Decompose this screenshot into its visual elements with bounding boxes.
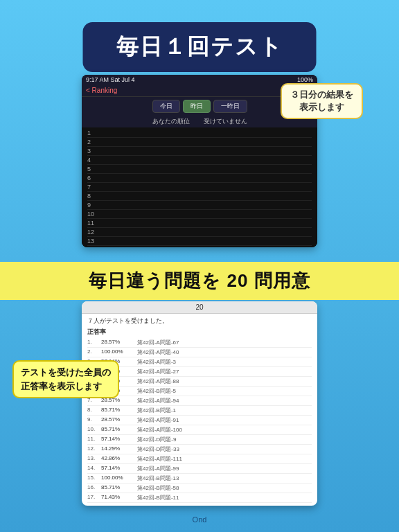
left-badge-line1: テストを受けた全員の bbox=[21, 366, 111, 380]
table-row: 8.85.71%第42回-B問題-1 bbox=[87, 406, 312, 416]
table-row: 10.85.71%第42回-A問題-100 bbox=[87, 425, 312, 435]
table-row: 2.100.00%第42回-A問題-40 bbox=[87, 348, 312, 357]
list-item: 6 bbox=[87, 174, 312, 183]
left-badge-line2: 正答率を表示します bbox=[21, 380, 111, 393]
tab-day-before[interactable]: 一昨日 bbox=[213, 100, 247, 113]
table-row: 14.57.14%第42回-A問題-99 bbox=[87, 464, 312, 474]
tab-today[interactable]: 今日 bbox=[152, 100, 180, 113]
table-row: 5.28.57%第42回-A問題-88 bbox=[87, 377, 312, 387]
correct-rate-title: 正答率 bbox=[87, 328, 312, 337]
bottom-text: Ond bbox=[193, 515, 207, 524]
list-item: 2 bbox=[87, 138, 312, 147]
rank-col1: あなたの順位 bbox=[152, 117, 190, 126]
score-list: 1.28.57%第42回-A問題-672.100.00%第42回-A問題-403… bbox=[87, 338, 312, 503]
left-badge: テストを受けた全員の 正答率を表示します bbox=[12, 360, 119, 398]
table-row: 16.85.71%第42回-B問題-58 bbox=[87, 484, 312, 493]
table-row: 13.42.86%第42回-A問題-111 bbox=[87, 454, 312, 464]
bottom-phone-screen: 20 ７人がテストを受けました。 正答率 1.28.57%第42回-A問題-67… bbox=[82, 301, 317, 506]
table-row: 12.14.29%第42回-D問題-33 bbox=[87, 445, 312, 454]
table-row: 1.28.57%第42回-A問題-67 bbox=[87, 338, 312, 348]
list-item: 3 bbox=[87, 147, 312, 156]
table-row: 3.57.14%第42回-A問題-3 bbox=[87, 357, 312, 367]
list-item: 9 bbox=[87, 201, 312, 210]
three-day-badge: ３日分の結果を 表示します bbox=[281, 83, 363, 119]
list-item: 5 bbox=[87, 165, 312, 174]
correct-rate-section: ７人がテストを受けました。 正答率 1.28.57%第42回-A問題-672.1… bbox=[82, 314, 317, 506]
tab-yesterday[interactable]: 昨日 bbox=[183, 100, 211, 113]
badge-line2: 表示します bbox=[290, 101, 353, 114]
title-text: 毎日１回テスト bbox=[116, 34, 283, 59]
list-item: 11 bbox=[87, 219, 312, 228]
table-row: 11.57.14%第42回-D問題-9 bbox=[87, 435, 312, 445]
table-row: 4.85.71%第42回-A問題-27 bbox=[87, 367, 312, 377]
status-time: 9:17 AM Sat Jul 4 bbox=[86, 76, 135, 83]
yellow-banner-text: 毎日違う問題を 20 問用意 bbox=[89, 270, 310, 291]
list-item: 13 bbox=[87, 237, 312, 246]
rank-col2: 受けていません bbox=[204, 117, 247, 126]
table-row: 9.28.57%第42回-A問題-91 bbox=[87, 416, 312, 425]
list-item: 7 bbox=[87, 183, 312, 192]
participant-text: ７人がテストを受けました。 bbox=[87, 317, 312, 326]
yellow-banner: 毎日違う問題を 20 問用意 bbox=[0, 262, 399, 300]
rank-header: あなたの順位 受けていません bbox=[82, 116, 317, 127]
list-item: 10 bbox=[87, 210, 312, 219]
title-banner: 毎日１回テスト bbox=[83, 22, 317, 72]
table-row: 17.71.43%第42回-B問題-11 bbox=[87, 493, 312, 503]
problem-number: 20 bbox=[82, 301, 317, 314]
rank-list: 1 2 3 4 5 6 7 8 9 10 11 12 13 bbox=[82, 127, 317, 247]
list-item: 1 bbox=[87, 129, 312, 138]
table-row: 7.28.57%第42回-A問題-94 bbox=[87, 396, 312, 406]
status-bar: 9:17 AM Sat Jul 4 100% bbox=[82, 75, 317, 85]
list-item: 4 bbox=[87, 156, 312, 165]
list-item: 8 bbox=[87, 192, 312, 201]
table-row: 15.100.00%第42回-B問題-13 bbox=[87, 474, 312, 484]
list-item: 12 bbox=[87, 228, 312, 237]
table-row: 6.85.71%第42回-B問題-5 bbox=[87, 387, 312, 396]
badge-line1: ３日分の結果を bbox=[290, 89, 353, 101]
back-button[interactable]: < Ranking bbox=[86, 87, 117, 94]
status-battery: 100% bbox=[297, 76, 313, 83]
